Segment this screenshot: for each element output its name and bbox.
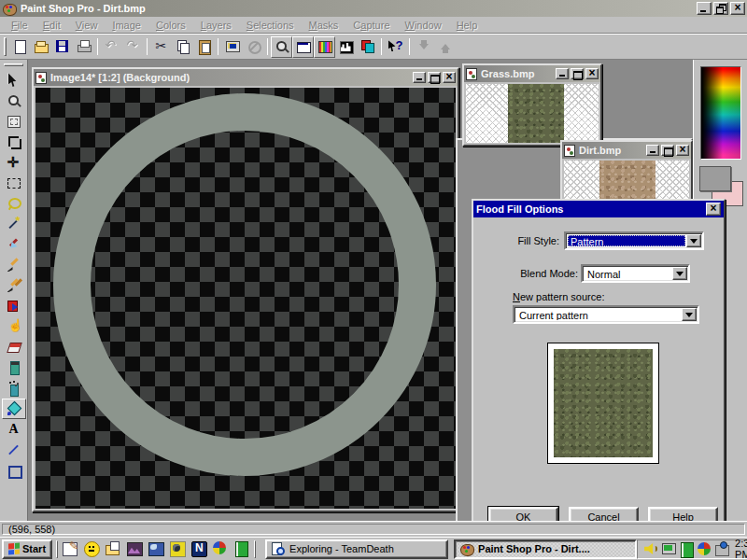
dirt-close-button[interactable] <box>676 145 689 156</box>
copy-button[interactable] <box>172 36 193 58</box>
menu-item-selections[interactable]: Selections <box>239 19 302 32</box>
tool-airbrush[interactable] <box>2 378 26 399</box>
menu-item-edit[interactable]: Edit <box>35 19 68 32</box>
tool-crop[interactable] <box>2 132 26 152</box>
color-palette-toggle-button[interactable] <box>314 36 335 58</box>
menu-item-layers[interactable]: Layers <box>193 19 239 32</box>
folder-doc-icon[interactable] <box>105 540 121 557</box>
grass-canvas[interactable] <box>466 84 599 143</box>
task-label: Exploring - TeamDeath <box>289 543 394 554</box>
tool-freehand-lasso[interactable] <box>2 193 26 214</box>
tool-color-replacer[interactable] <box>2 296 26 316</box>
tool-paintbrush[interactable] <box>2 255 26 275</box>
tool-deformation[interactable] <box>2 111 26 132</box>
new-button[interactable] <box>8 36 30 58</box>
dirt-window-titlebar[interactable]: Dirt.bmp <box>562 142 691 159</box>
smiley-icon[interactable] <box>83 540 100 557</box>
layer-palette-button[interactable] <box>357 36 378 58</box>
pinwheel-tray-icon[interactable] <box>697 541 712 556</box>
dirt-minimize-button[interactable] <box>646 145 659 156</box>
green-book-tray-icon[interactable] <box>679 541 694 556</box>
cd-player-icon[interactable] <box>169 540 186 557</box>
tool-eyedropper[interactable] <box>2 234 26 255</box>
undo-button <box>101 36 122 58</box>
image-minimize-button[interactable] <box>413 72 426 83</box>
close-button[interactable] <box>730 2 745 15</box>
photo-app-icon[interactable] <box>148 540 164 557</box>
histogram-window-button[interactable] <box>335 36 357 58</box>
image-canvas[interactable] <box>35 88 456 509</box>
menu-item-help[interactable]: Help <box>449 19 486 32</box>
zoom-preset-button[interactable] <box>271 36 292 58</box>
pattern-source-combobox[interactable]: Current pattern <box>513 305 699 324</box>
blend-mode-dropdown-arrow[interactable] <box>672 267 687 280</box>
scheduler-tray-icon[interactable] <box>714 541 729 556</box>
tool-magnifier[interactable] <box>2 91 26 111</box>
context-help-button[interactable] <box>385 36 406 58</box>
fill-style-combobox[interactable]: Pattern <box>564 231 704 250</box>
paint-shop-pro-screen: Paint Shop Pro - Dirt.bmp FileEditViewIm… <box>0 0 747 560</box>
dialog-close-button[interactable] <box>706 203 721 216</box>
menu-item-window[interactable]: Window <box>398 19 449 32</box>
redo-button <box>122 36 144 58</box>
menu-item-image[interactable]: Image <box>105 19 148 32</box>
task-psp[interactable]: Paint Shop Pro - Dirt.... <box>454 539 637 559</box>
tool-retouch-hand[interactable] <box>2 316 26 337</box>
tool-arrow-cursor[interactable] <box>2 70 26 91</box>
volume-tray-icon[interactable] <box>643 541 658 556</box>
tool-text[interactable] <box>2 419 26 440</box>
grass-window-titlebar[interactable]: Grass.bmp <box>464 65 600 82</box>
toolbars-toggle-button[interactable] <box>292 36 314 58</box>
tool-clone-brush[interactable] <box>2 275 26 296</box>
grass-window-title: Grass.bmp <box>481 68 554 79</box>
save-button[interactable] <box>51 36 73 58</box>
grass-maximize-button[interactable] <box>571 68 584 79</box>
netscape-icon[interactable] <box>190 540 207 557</box>
menu-item-capture[interactable]: Capture <box>345 19 397 32</box>
magic-wand-icon <box>7 217 21 231</box>
grass-close-button[interactable] <box>585 68 599 79</box>
image-viewer-icon[interactable] <box>126 540 143 557</box>
pinwheel-icon[interactable] <box>212 540 229 557</box>
fill-style-dropdown-arrow[interactable] <box>686 234 701 247</box>
tool-line[interactable] <box>2 440 26 460</box>
cut-button[interactable] <box>150 36 172 58</box>
image-maximize-button[interactable] <box>428 72 441 83</box>
menu-item-file[interactable]: File <box>4 19 35 32</box>
tool-rectangle-shape[interactable] <box>2 460 26 481</box>
green-book-icon[interactable] <box>233 540 250 557</box>
paste-button[interactable] <box>193 36 215 58</box>
blend-mode-combobox[interactable]: Normal <box>581 264 690 283</box>
tool-flood-fill[interactable] <box>2 399 26 419</box>
shortcut-pad-icon[interactable] <box>62 540 78 557</box>
open-button[interactable] <box>30 36 51 58</box>
restore-button[interactable] <box>713 2 728 15</box>
color-picker-gradient[interactable] <box>700 66 741 160</box>
toolbar-grip[interactable] <box>4 37 7 56</box>
display-tray-icon[interactable] <box>661 541 676 556</box>
menu-item-view[interactable]: View <box>68 19 106 32</box>
tool-magic-wand[interactable] <box>2 214 26 234</box>
start-button[interactable]: Start <box>2 539 52 559</box>
deformation-icon <box>7 114 21 129</box>
dialog-titlebar[interactable]: Flood Fill Options <box>473 201 724 217</box>
print-button[interactable] <box>73 36 94 58</box>
tool-eraser[interactable] <box>2 337 26 357</box>
foreground-color-swatch[interactable] <box>699 166 731 191</box>
menu-item-masks[interactable]: Masks <box>302 19 346 32</box>
image-window-titlebar[interactable]: Image14* [1:2] (Background) <box>34 69 458 86</box>
menu-item-colors[interactable]: Colors <box>148 19 193 32</box>
pattern-source-dropdown-arrow[interactable] <box>682 308 697 321</box>
clone-brush-icon <box>7 278 21 293</box>
task-explorer[interactable]: Exploring - TeamDeath <box>265 539 448 559</box>
minimize-button[interactable] <box>697 2 712 15</box>
toolbar-separator <box>147 38 148 55</box>
image-close-button[interactable] <box>443 72 456 83</box>
grass-minimize-button[interactable] <box>556 68 569 79</box>
tool-picture-tube[interactable] <box>2 357 26 378</box>
tool-palette-grip[interactable] <box>4 63 23 66</box>
tool-mover[interactable] <box>2 152 26 173</box>
tool-selection[interactable] <box>2 173 26 193</box>
dirt-maximize-button[interactable] <box>661 145 674 156</box>
screen-capture-button[interactable] <box>221 36 243 58</box>
